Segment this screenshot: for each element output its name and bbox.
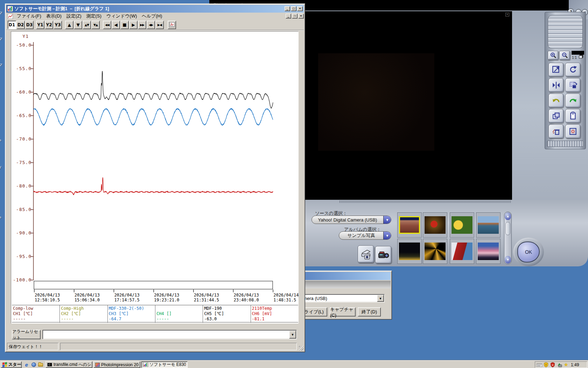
scroll-down-button[interactable]: ▼ (505, 256, 511, 264)
resize-button[interactable] (548, 63, 564, 77)
menu-item-4[interactable]: ウィンドウ(W) (104, 13, 139, 20)
menu-item-3[interactable]: 測定(S) (84, 13, 104, 20)
expand-scale-button[interactable]: ▲▼ (83, 21, 91, 29)
alarm-reset-button[interactable]: アラームリセット (12, 330, 41, 339)
crop-button[interactable] (565, 78, 581, 92)
source-select-dropdown[interactable]: Yahoo! Digital Camera (USB) ▼ (312, 216, 391, 224)
alarm-combo-arrow-icon[interactable]: ▼ (289, 330, 296, 339)
menu-item-5[interactable]: ヘルプ(H) (139, 13, 164, 20)
scroll-thumb[interactable] (505, 222, 510, 235)
exit-button[interactable]: 終了(D) (358, 307, 381, 316)
status-save-wait: 保存ウェイト！！ (7, 343, 58, 350)
task-2-button[interactable]: PhotoImpression 2000 (93, 361, 140, 368)
close-frame-button[interactable] (565, 124, 581, 138)
thumbnail-city-night[interactable] (397, 239, 422, 264)
thumbnail-yellow-flowers[interactable] (450, 212, 474, 238)
thumbnail-cardinal-bird[interactable] (423, 212, 447, 238)
quicklaunch-ie-icon[interactable]: e (24, 362, 29, 367)
panel-grip-bottom[interactable] (547, 141, 583, 147)
album-select-dropdown[interactable]: サンプル写真 ▼ (339, 231, 391, 240)
alarm-combobox[interactable]: ▼ (42, 330, 297, 339)
thumbnail-lighthouse-barn[interactable] (450, 239, 474, 264)
capture-dropdown-arrow-icon[interactable]: ▼ (377, 295, 384, 302)
resize-grip[interactable] (299, 346, 303, 350)
thumbnail-harbor[interactable] (476, 212, 500, 238)
axis-y1-button[interactable]: Y1 (36, 21, 44, 29)
task-1-button[interactable]: C:transfile.cmd へのショート... (46, 361, 92, 368)
panel-grip[interactable] (548, 15, 583, 49)
fit-horizontal-button[interactable]: ◀▶ (147, 21, 155, 29)
capture-button[interactable]: キャプチャ(C) (330, 307, 356, 316)
keyboard-tray-icon[interactable] (537, 362, 542, 368)
safely-remove-tray-icon[interactable] (556, 362, 562, 368)
ok-button-label: OK (525, 249, 532, 255)
thumbnail-sunset-clouds[interactable] (476, 239, 500, 264)
desktop-icon-label-fragment[interactable]: マ (0, 11, 2, 16)
scroll-up-button[interactable]: ▲ (65, 21, 74, 29)
minimize-button[interactable]: _ (285, 6, 290, 11)
stop-button[interactable]: ■ (120, 21, 129, 29)
virus-alert-tray-icon[interactable]: × (550, 362, 555, 368)
measurement-titlebar[interactable]: ソフトサーモ計測－計測1 － [折れ線グラフ 1] _ □ × (6, 5, 304, 13)
scroll-down-button[interactable]: ▼ (74, 21, 82, 29)
axis-y2-button[interactable]: Y2 (45, 21, 53, 29)
task-3-button[interactable]: ソフトサーモ E830 (141, 361, 188, 368)
compress-scale-button[interactable]: ▼▲ (91, 21, 100, 29)
menu-item-1[interactable]: 表示(D) (44, 13, 64, 20)
display-d1-button[interactable]: D1 (8, 21, 16, 29)
step-forward-button[interactable]: ▶ (129, 21, 138, 29)
redo-button[interactable] (565, 94, 581, 108)
canvas-close-icon[interactable]: × (505, 13, 509, 16)
graph-settings-button[interactable] (168, 21, 176, 29)
desktop-icon-label-fragment[interactable]: マ (0, 36, 2, 42)
desktop-icon-label-fragment[interactable]: P (0, 139, 1, 143)
scroll-up-button[interactable]: ▲ (505, 212, 511, 220)
menu-item-2[interactable]: 設定(Z) (64, 13, 84, 20)
thumbnail-light-spiral[interactable] (423, 239, 447, 264)
zoom-out-button[interactable] (559, 51, 570, 60)
rotate-button[interactable] (565, 63, 581, 77)
mirror-button[interactable] (548, 78, 564, 92)
paste-button[interactable] (565, 109, 581, 123)
security-alert-tray-icon[interactable]: ! (543, 362, 549, 368)
favorites-star-tray-icon[interactable]: ★ (563, 362, 569, 368)
series-ch5 (34, 71, 273, 108)
album-dropdown-arrow-icon[interactable]: ▼ (383, 232, 391, 239)
legend-cell-ch3: MDF-330-2(-50)CH3 [℃]-64.7 (107, 305, 155, 323)
display-d2-button[interactable]: D2 (16, 21, 25, 29)
display-d3-button[interactable]: D3 (25, 21, 34, 29)
actual-size-icon[interactable] (579, 55, 582, 59)
desktop: マママPVP PhotoImpression ? - x × 1:1 ソースの選… (0, 0, 588, 368)
quicklaunch-folder-icon[interactable] (38, 362, 43, 368)
clock: 1:49 (571, 362, 579, 367)
source-dropdown-arrow-icon[interactable]: ▼ (383, 216, 391, 224)
axis-y3-button[interactable]: Y3 (54, 21, 62, 29)
menubar: ファイル(F)表示(D)設定(Z)測定(S)ウィンドウ(W)ヘルプ(H) _ ❐… (6, 13, 304, 19)
delete-button[interactable] (548, 124, 564, 138)
close-button[interactable]: × (297, 6, 303, 11)
thumbnail-scrollbar[interactable]: ▲ ▼ (504, 212, 512, 264)
camera-source-button[interactable] (375, 246, 392, 264)
scanner-source-button[interactable] (358, 245, 374, 263)
quicklaunch-globe-icon[interactable] (31, 362, 36, 367)
rewind-button[interactable]: ◀◀ (103, 21, 111, 29)
copy-button[interactable] (548, 109, 564, 123)
jump-end-button[interactable]: ▶◀ (155, 21, 164, 29)
zoom-in-button[interactable] (548, 51, 559, 60)
step-back-button[interactable]: ◀ (112, 21, 120, 29)
fast-forward-button[interactable]: ▶▶ (138, 21, 146, 29)
thumbnail-rock-spires[interactable] (397, 212, 422, 238)
undo-button[interactable] (548, 94, 564, 108)
mdi-minimize-button[interactable]: _ (286, 14, 291, 19)
mdi-restore-button[interactable]: ❐ (292, 14, 298, 19)
menu-item-0[interactable]: ファイル(F) (14, 13, 44, 20)
mdi-close-button[interactable]: × (298, 14, 304, 19)
image-canvas[interactable]: × (290, 11, 512, 200)
maximize-button[interactable]: □ (291, 6, 296, 11)
start-button[interactable]: スタート (1, 361, 22, 368)
desktop-icon-label-fragment[interactable]: マ (0, 62, 2, 68)
desktop-icon-label-fragment[interactable]: P (0, 216, 1, 220)
album-select-value: サンプル写真 (339, 232, 383, 239)
desktop-icon-label-fragment[interactable]: V (0, 165, 1, 170)
mdi-child-icon[interactable] (8, 14, 13, 19)
